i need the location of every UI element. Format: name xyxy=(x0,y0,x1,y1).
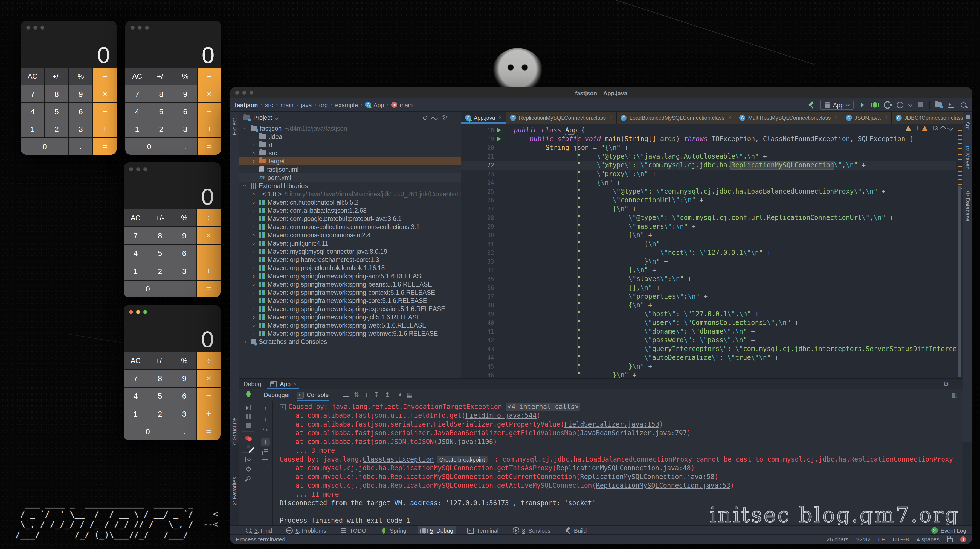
tree-item[interactable]: ›Maven: org.springframework:spring-beans… xyxy=(239,280,461,288)
calc-key-2[interactable]: 2 xyxy=(45,120,68,137)
code-line-27[interactable]: 27 " {\n" + xyxy=(461,205,956,213)
toolwindow-button-3: Find[interactable]: 3: Find xyxy=(242,526,275,535)
tree-item[interactable]: ›fastjson ~/d4m1ts/java/fastjson xyxy=(239,124,461,132)
hide-panel-icon[interactable]: ─ xyxy=(954,381,959,387)
calc-key-+/-[interactable]: +/- xyxy=(45,68,68,85)
profiler-button[interactable] xyxy=(896,101,904,108)
tree-item[interactable]: ›Maven: org.springframework:spring-expre… xyxy=(239,305,461,313)
calc-key-2[interactable]: 2 xyxy=(148,262,172,280)
calc-key-6[interactable]: 6 xyxy=(69,103,92,120)
snapshot-icon[interactable] xyxy=(245,457,252,462)
window-traffic-lights[interactable] xyxy=(129,310,147,314)
calculator-window[interactable]: 0 AC+/-%÷789×456−123+0.= xyxy=(124,162,221,297)
clear-console-icon[interactable] xyxy=(262,460,268,465)
calc-key-3[interactable]: 3 xyxy=(172,405,196,422)
close-tab-icon[interactable]: × xyxy=(728,115,731,120)
code-line-29[interactable]: 29 " \"masters\":\n" + xyxy=(461,222,956,231)
force-step-icon[interactable]: ↧ xyxy=(374,391,379,398)
calc-key-+[interactable]: + xyxy=(197,405,221,422)
run-to-cursor-icon[interactable]: ⇥ xyxy=(396,391,401,398)
gear-icon[interactable]: ⚙ xyxy=(943,381,949,387)
stack-trace-link[interactable]: JavaBeanSerializer.java:797 xyxy=(580,429,687,437)
tree-chevron-icon[interactable]: › xyxy=(251,289,257,295)
code-lines[interactable]: 18public class App {19 public static voi… xyxy=(461,126,956,378)
calc-key-4[interactable]: 4 xyxy=(124,245,148,262)
tree-item[interactable]: ›Maven: org.springframework:spring-jcl:5… xyxy=(239,313,461,321)
print-icon[interactable] xyxy=(262,451,269,455)
tree-chevron-icon[interactable]: › xyxy=(251,257,257,262)
tree-item[interactable]: ›rt xyxy=(239,141,461,149)
calc-key-÷[interactable]: ÷ xyxy=(197,352,221,370)
tree-item[interactable]: ›target xyxy=(239,157,461,165)
run-config-selector[interactable]: App xyxy=(821,100,854,110)
calc-key-0[interactable]: 0 xyxy=(125,138,173,155)
tree-chevron-icon[interactable]: › xyxy=(251,232,257,238)
zoom-icon[interactable] xyxy=(40,26,45,30)
code-editor[interactable]: 18public class App {19 public static voi… xyxy=(461,124,963,378)
calc-key-×[interactable]: × xyxy=(197,227,221,244)
tree-item[interactable]: ›Maven: org.projectlombok:lombok:1.16.18 xyxy=(239,263,461,272)
build-hammer-icon[interactable] xyxy=(808,101,816,108)
stop-button[interactable] xyxy=(916,101,924,108)
breadcrumb-item-fastjson[interactable]: fastjson xyxy=(235,102,258,108)
calc-key-9[interactable]: 9 xyxy=(172,227,196,244)
stripe-warning-mark[interactable] xyxy=(958,139,962,140)
minimize-icon[interactable] xyxy=(33,26,37,30)
calc-key-÷[interactable]: ÷ xyxy=(197,209,221,227)
calc-key-2[interactable]: 2 xyxy=(148,405,172,422)
code-line-20[interactable]: 20 String json = "{\n" + xyxy=(461,143,956,152)
breadcrumb-item-main[interactable]: main xyxy=(280,102,294,108)
settings-gear-icon[interactable]: ⚙ xyxy=(245,466,251,473)
debug-button[interactable] xyxy=(871,101,879,108)
stripe-warning-mark[interactable] xyxy=(958,175,962,176)
chevron-down-icon[interactable] xyxy=(908,103,912,106)
calc-key-7[interactable]: 7 xyxy=(124,370,148,387)
tool-button-ant[interactable]: Ant xyxy=(964,115,971,130)
tab-console[interactable]: ▸Console xyxy=(297,389,329,401)
calc-key-1[interactable]: 1 xyxy=(124,405,148,422)
calc-key-4[interactable]: 4 xyxy=(124,388,148,405)
zoom-icon[interactable] xyxy=(145,26,149,30)
tool-button-favorites[interactable]: 2: Favorites xyxy=(231,477,239,506)
tool-button-structure[interactable]: 7: Structure xyxy=(231,418,239,446)
tree-chevron-icon[interactable]: › xyxy=(251,273,257,279)
stripe-warning-mark[interactable] xyxy=(958,135,962,136)
status-item[interactable]: 22:82 xyxy=(856,536,870,543)
stripe-warning-mark[interactable] xyxy=(958,166,962,167)
tree-chevron-icon[interactable]: › xyxy=(251,265,257,271)
calc-key-.[interactable]: . xyxy=(69,138,92,155)
calc-key-=[interactable]: = xyxy=(197,423,221,440)
calc-key-7[interactable]: 7 xyxy=(124,227,148,244)
tree-item[interactable]: ›Maven: junit:junit:4.11 xyxy=(239,239,461,247)
sort-icon[interactable] xyxy=(343,393,348,397)
close-tab-icon[interactable]: × xyxy=(835,115,838,120)
tree-chevron-icon[interactable]: › xyxy=(251,306,257,312)
breadcrumb-item-App[interactable]: CApp xyxy=(365,102,384,108)
calc-key-+[interactable]: + xyxy=(197,262,221,280)
calc-key-9[interactable]: 9 xyxy=(172,370,196,387)
toolwindow-button-6: Problems[interactable]: 6: Problems xyxy=(283,526,329,535)
gear-icon[interactable]: ⚙ xyxy=(442,114,448,121)
calc-key-2[interactable]: 2 xyxy=(150,120,173,137)
calc-key-7[interactable]: 7 xyxy=(21,85,45,102)
event-log-button[interactable]: 2Event Log xyxy=(931,527,966,534)
minimize-icon[interactable] xyxy=(242,91,246,95)
coverage-button[interactable] xyxy=(884,101,891,108)
code-line-43[interactable]: 43 " \"queryInterceptors\": \"com.mysql.… xyxy=(461,344,956,353)
step-over-icon[interactable]: ⇅ xyxy=(354,391,359,398)
evaluate-icon[interactable]: ▦ xyxy=(407,391,413,398)
toolwindow-button-8: Services[interactable]: 8: Services xyxy=(510,526,553,535)
calc-key-6[interactable]: 6 xyxy=(173,103,197,120)
resume-button[interactable] xyxy=(246,405,251,410)
expand-icon[interactable]: + xyxy=(280,404,286,410)
intellij-window[interactable]: fastjson – App.java fastjson›src›main›ja… xyxy=(231,87,972,544)
calc-key-9[interactable]: 9 xyxy=(173,85,197,102)
close-icon[interactable] xyxy=(129,167,133,171)
stripe-warning-mark[interactable] xyxy=(958,179,962,181)
zoom-icon[interactable] xyxy=(143,310,147,314)
calc-key-4[interactable]: 4 xyxy=(21,103,45,120)
collapse-all-icon[interactable] xyxy=(432,114,438,121)
next-warning-icon[interactable] xyxy=(947,125,953,131)
stripe-warning-mark[interactable] xyxy=(958,154,962,155)
tree-item[interactable]: ›Maven: org.hamcrest:hamcrest-core:1.3 xyxy=(239,255,461,263)
